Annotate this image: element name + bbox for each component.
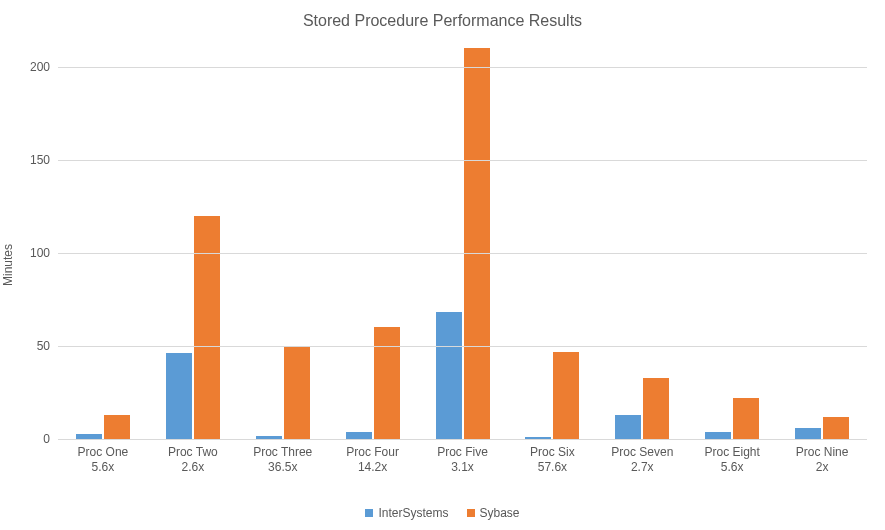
category-label: Proc Seven2.7x — [597, 439, 687, 475]
category-subtext: 36.5x — [238, 460, 328, 475]
category-group: Proc Five3.1x — [418, 48, 508, 439]
category-name: Proc Eight — [687, 445, 777, 460]
category-label: Proc Six57.6x — [507, 439, 597, 475]
gridline — [58, 253, 867, 254]
bar — [374, 327, 400, 439]
category-group: Proc Seven2.7x — [597, 48, 687, 439]
category-subtext: 5.6x — [687, 460, 777, 475]
y-tick-label: 150 — [30, 153, 58, 167]
bar — [194, 216, 220, 439]
plot-area: Proc One5.6xProc Two2.6xProc Three36.5xP… — [58, 48, 867, 440]
chart-container: Stored Procedure Performance Results Min… — [0, 0, 885, 530]
gridline — [58, 160, 867, 161]
category-subtext: 3.1x — [418, 460, 508, 475]
bar — [464, 48, 490, 439]
category-group: Proc Two2.6x — [148, 48, 238, 439]
legend-swatch-icon — [467, 509, 475, 517]
category-subtext: 2x — [777, 460, 867, 475]
legend-label: Sybase — [480, 506, 520, 520]
category-name: Proc Four — [328, 445, 418, 460]
chart-title: Stored Procedure Performance Results — [0, 12, 885, 30]
category-subtext: 5.6x — [58, 460, 148, 475]
category-label: Proc Eight5.6x — [687, 439, 777, 475]
bars-row: Proc One5.6xProc Two2.6xProc Three36.5xP… — [58, 48, 867, 439]
legend-swatch-icon — [365, 509, 373, 517]
bar — [553, 352, 579, 440]
y-axis-label: Minutes — [1, 244, 15, 286]
y-tick-label: 50 — [37, 339, 58, 353]
category-subtext: 2.7x — [597, 460, 687, 475]
category-group: Proc Eight5.6x — [687, 48, 777, 439]
bar — [615, 415, 641, 439]
category-name: Proc Two — [148, 445, 238, 460]
category-label: Proc One5.6x — [58, 439, 148, 475]
category-name: Proc Seven — [597, 445, 687, 460]
category-name: Proc Six — [507, 445, 597, 460]
bar — [346, 432, 372, 439]
bar — [733, 398, 759, 439]
bar — [436, 312, 462, 439]
category-label: Proc Four14.2x — [328, 439, 418, 475]
category-name: Proc Nine — [777, 445, 867, 460]
legend-item-intersystems: InterSystems — [365, 506, 448, 520]
category-subtext: 14.2x — [328, 460, 418, 475]
legend: InterSystems Sybase — [0, 506, 885, 520]
category-subtext: 57.6x — [507, 460, 597, 475]
legend-item-sybase: Sybase — [467, 506, 520, 520]
category-label: Proc Three36.5x — [238, 439, 328, 475]
bar — [705, 432, 731, 439]
category-label: Proc Two2.6x — [148, 439, 238, 475]
category-group: Proc Six57.6x — [507, 48, 597, 439]
bar — [823, 417, 849, 439]
category-group: Proc Four14.2x — [328, 48, 418, 439]
y-tick-label: 100 — [30, 246, 58, 260]
y-tick-label: 0 — [43, 432, 58, 446]
category-group: Proc One5.6x — [58, 48, 148, 439]
legend-label: InterSystems — [378, 506, 448, 520]
gridline — [58, 346, 867, 347]
bar — [166, 353, 192, 439]
category-group: Proc Three36.5x — [238, 48, 328, 439]
bar — [795, 428, 821, 439]
category-name: Proc Three — [238, 445, 328, 460]
bar — [643, 378, 669, 439]
category-name: Proc One — [58, 445, 148, 460]
category-subtext: 2.6x — [148, 460, 238, 475]
gridline — [58, 67, 867, 68]
category-name: Proc Five — [418, 445, 508, 460]
category-label: Proc Nine2x — [777, 439, 867, 475]
category-label: Proc Five3.1x — [418, 439, 508, 475]
y-tick-label: 200 — [30, 60, 58, 74]
bar — [284, 346, 310, 439]
bar — [104, 415, 130, 439]
category-group: Proc Nine2x — [777, 48, 867, 439]
